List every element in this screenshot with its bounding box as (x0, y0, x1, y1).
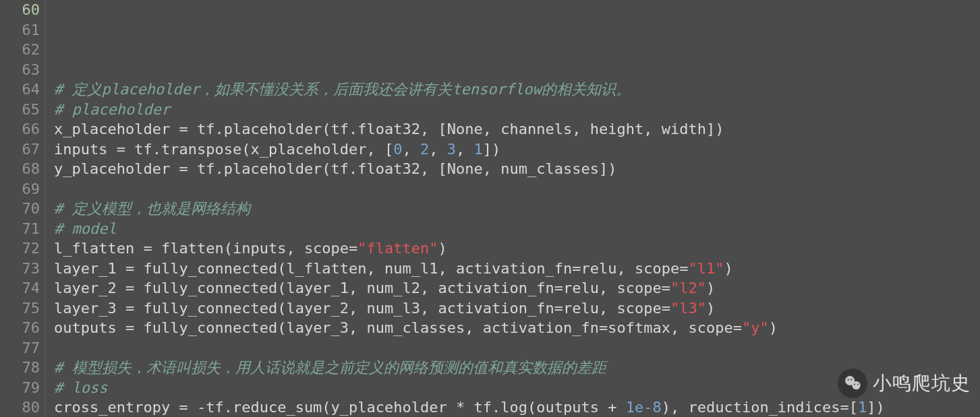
code-editor[interactable]: 6061626364656667686970717273747576777879… (0, 0, 980, 417)
code-token: fully_connected(l_flatten, num_l1, activ… (143, 260, 688, 277)
line-number: 60 (0, 0, 40, 20)
line-number: 80 (0, 397, 40, 417)
code-line[interactable]: inputs = tf.transpose(x_placeholder, [0,… (54, 139, 980, 160)
code-token: fully_connected(layer_2, num_l3, activat… (143, 300, 670, 317)
code-token: , (456, 141, 474, 158)
code-token: # (54, 200, 72, 217)
code-token: ), reduction_indices=[ (662, 399, 858, 416)
code-token: "y" (742, 319, 769, 336)
code-line[interactable]: x_placeholder = tf.placeholder(tf.float3… (54, 119, 980, 139)
code-token: layer_2 (54, 280, 125, 296)
code-line[interactable]: # placeholder (54, 100, 980, 120)
code-token: tf.placeholder(tf.float32, [None, channe… (197, 121, 724, 137)
code-line[interactable] (54, 338, 980, 358)
code-token: = (125, 280, 144, 296)
code-token: = (179, 121, 197, 137)
code-token: 定义模型，也就是网络结构 (72, 200, 250, 217)
code-token: = (125, 260, 144, 277)
code-token: tf.placeholder(tf.float32, [None, num_cl… (197, 160, 617, 177)
code-line[interactable]: # 定义placeholder，如果不懂没关系，后面我还会讲有关tensorfl… (54, 79, 980, 100)
code-token: cross_entropy (54, 399, 179, 416)
code-token: -tf.reduce_sum(y_placeholder * tf.log(ou… (197, 399, 626, 416)
code-token: 1e-8 (626, 399, 662, 416)
code-line[interactable]: # 定义模型，也就是网络结构 (54, 199, 980, 219)
code-line[interactable]: layer_1 = fully_connected(l_flatten, num… (54, 259, 980, 279)
code-line[interactable]: # loss (54, 378, 980, 398)
code-token: ) (706, 300, 715, 317)
code-token: layer_3 (54, 300, 125, 317)
code-token: = (125, 300, 144, 317)
code-token: "l1" (688, 260, 724, 277)
code-token: = (117, 141, 135, 158)
code-token: = (179, 160, 197, 177)
code-token: = (125, 319, 144, 336)
code-token: ) (724, 260, 732, 277)
line-number: 66 (0, 119, 40, 139)
code-token: # loss (54, 379, 107, 396)
line-number: 67 (0, 139, 40, 160)
code-token: flatten(inputs, scope= (161, 240, 357, 257)
line-number: 68 (0, 159, 40, 179)
code-token: = (179, 399, 197, 416)
code-token: 2 (420, 141, 429, 158)
code-token: inputs (54, 141, 117, 158)
line-number: 75 (0, 298, 40, 319)
code-token: # placeholder (54, 101, 170, 118)
code-token: ) (706, 280, 715, 296)
line-number: 65 (0, 100, 40, 120)
code-token: 1 (858, 399, 867, 416)
code-line[interactable]: l_flatten = flatten(inputs, scope="flatt… (54, 238, 980, 259)
code-line[interactable]: # model (54, 219, 980, 239)
line-number: 77 (0, 338, 40, 358)
code-token: # (54, 81, 72, 98)
code-token: ) (769, 319, 778, 336)
line-number: 76 (0, 318, 40, 338)
line-number: 71 (0, 219, 40, 239)
line-number: 70 (0, 199, 40, 219)
code-line[interactable] (54, 60, 980, 80)
code-token: fully_connected(layer_3, num_classes, ac… (143, 319, 741, 336)
line-number: 79 (0, 378, 40, 398)
code-token: 3 (447, 141, 456, 158)
line-number: 69 (0, 179, 40, 199)
code-token: 模型损失，术语叫损失，用人话说就是之前定义的网络预测的值和真实数据的差距 (72, 359, 606, 376)
code-token: fully_connected(layer_1, num_l2, activat… (143, 280, 670, 296)
code-line[interactable]: cross_entropy = -tf.reduce_sum(y_placeho… (54, 397, 980, 417)
code-line[interactable]: # 模型损失，术语叫损失，用人话说就是之前定义的网络预测的值和真实数据的差距 (54, 358, 980, 378)
code-token: y_placeholder (54, 160, 179, 177)
line-number: 63 (0, 60, 40, 80)
code-token: # (54, 359, 72, 376)
code-line[interactable]: y_placeholder = tf.placeholder(tf.float3… (54, 159, 980, 179)
code-token: ]) (867, 399, 885, 416)
code-token: 定义placeholder，如果不懂没关系，后面我还会讲有关tensorflow… (72, 81, 631, 98)
line-number: 73 (0, 259, 40, 279)
code-token: = (143, 240, 161, 257)
code-line[interactable]: layer_2 = fully_connected(layer_1, num_l… (54, 278, 980, 298)
code-token: ]) (483, 141, 501, 158)
line-number: 72 (0, 238, 40, 259)
code-line[interactable]: layer_3 = fully_connected(layer_2, num_l… (54, 298, 980, 319)
code-token: outputs (54, 319, 125, 336)
code-line[interactable]: outputs = fully_connected(layer_3, num_c… (54, 318, 980, 338)
code-token: , (403, 141, 421, 158)
code-token: x_placeholder (54, 121, 179, 137)
code-token: # model (54, 220, 117, 237)
code-line[interactable] (54, 179, 980, 199)
code-token: "l2" (670, 280, 706, 296)
code-token: 1 (474, 141, 483, 158)
line-number: 61 (0, 20, 40, 40)
line-number: 64 (0, 79, 40, 100)
code-token: ) (438, 240, 447, 257)
code-token: , (429, 141, 447, 158)
code-token: layer_1 (54, 260, 125, 277)
code-token: "l3" (670, 300, 706, 317)
line-number: 78 (0, 358, 40, 378)
line-number: 62 (0, 40, 40, 60)
code-token: l_flatten (54, 240, 143, 257)
code-token: 0 (393, 141, 402, 158)
line-number: 74 (0, 278, 40, 298)
code-token: tf.transpose(x_placeholder, [ (134, 141, 393, 158)
code-token: "flatten" (357, 240, 438, 257)
line-number-gutter: 6061626364656667686970717273747576777879… (0, 0, 46, 417)
code-area[interactable]: 小鸣爬坑史 # 定义placeholder，如果不懂没关系，后面我还会讲有关te… (46, 0, 980, 417)
